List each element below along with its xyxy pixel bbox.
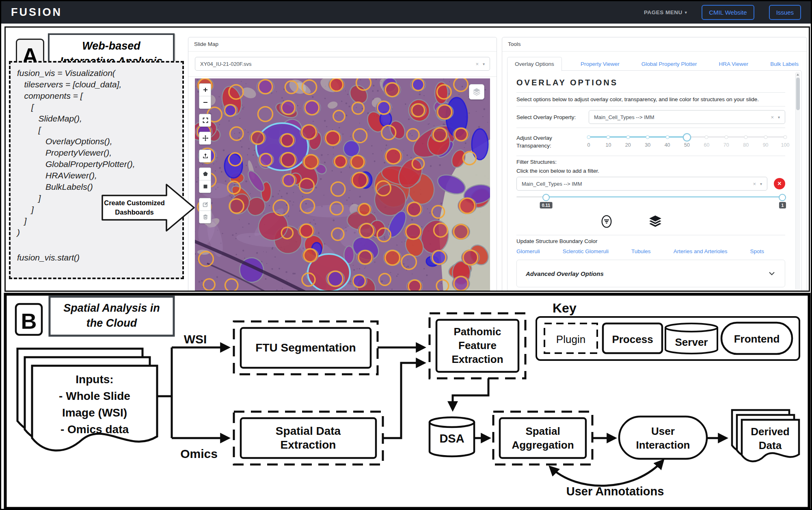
structure-link-glomeruli[interactable]: Glomeruli (516, 248, 540, 254)
code-line: fusion_vis.start() (17, 252, 182, 263)
histology-art (321, 154, 323, 156)
pathomic-feature-extraction-node: Pathomic Feature Extraction (430, 313, 525, 378)
advanced-overlay-options-expander[interactable]: Advanced Overlay Options (516, 260, 785, 287)
range-high-handle[interactable] (779, 194, 786, 201)
slide-select[interactable]: XY04_IU-21-020F.svs × ▾ (195, 57, 490, 71)
slider-tick[interactable] (764, 135, 767, 139)
tab-global-property-plotter[interactable]: Global Property Plotter (638, 57, 700, 71)
histology-art (386, 144, 387, 146)
histology-art (240, 118, 241, 119)
filter-property-select[interactable]: Main_Cell_Types --> IMM × ▾ (516, 177, 767, 191)
pages-menu-label: PAGES MENU (644, 9, 682, 15)
clear-icon[interactable]: × (753, 181, 756, 187)
histology-art (428, 124, 429, 125)
chevron-down-icon[interactable]: ▾ (483, 62, 485, 66)
zoom-out-button[interactable] (199, 96, 211, 109)
tab-overlay-options[interactable]: Overlay Options (507, 57, 562, 71)
histology-art (364, 268, 365, 269)
chevron-down-icon[interactable]: ▾ (760, 182, 762, 186)
histology-art (359, 196, 361, 197)
structure-link-sclerotic-glomeruli[interactable]: Sclerotic Glomeruli (563, 248, 609, 254)
draw-polygon-button[interactable] (199, 168, 211, 180)
code-line: GlobalPropertyPlotter(), (17, 158, 182, 170)
clear-icon[interactable]: × (475, 61, 479, 67)
histology-art (465, 142, 466, 144)
scroll-up-arrow[interactable] (797, 74, 799, 76)
slider-tick-label: 60 (704, 142, 709, 148)
slider-tick-label: 10 (605, 142, 611, 148)
histology-art (353, 265, 354, 266)
structure-link-arteries-and-arterioles[interactable]: Arteries and Arterioles (674, 248, 728, 254)
fullscreen-button[interactable] (199, 114, 211, 126)
tab-hra-viewer[interactable]: HRA Viewer (716, 57, 752, 71)
slider-tick[interactable] (705, 135, 708, 139)
draw-polygon-icon (202, 171, 209, 177)
remove-filter-button[interactable]: × (774, 178, 785, 189)
slider-tick[interactable] (607, 135, 610, 139)
histology-art (300, 108, 300, 109)
issues-button[interactable]: Issues (769, 5, 801, 20)
slider-tick[interactable] (724, 135, 728, 139)
cmil-website-button[interactable]: CMIL Website (702, 5, 754, 20)
histology-art (432, 128, 448, 142)
filter-funnel-icon[interactable] (600, 215, 613, 228)
histology-art (441, 202, 443, 204)
slide-map-viewport[interactable] (195, 78, 490, 292)
layers-control-button[interactable] (469, 84, 484, 100)
slider-tick[interactable] (665, 135, 669, 139)
tab-property-viewer[interactable]: Property Viewer (577, 57, 623, 71)
histology-art (404, 224, 423, 240)
slider-tick[interactable] (587, 135, 591, 139)
histology-art (476, 111, 477, 112)
scrollbar[interactable] (795, 72, 800, 290)
chevron-down-icon[interactable]: ▾ (778, 115, 780, 119)
transparency-slider-handle[interactable] (683, 133, 691, 141)
histology-art (223, 149, 225, 151)
structure-link-tubules[interactable]: Tubules (631, 248, 651, 254)
histology-art (365, 267, 366, 267)
tab-bulk-labels[interactable]: Bulk Labels (767, 57, 802, 71)
histology-art (248, 148, 250, 150)
histology-art (347, 94, 349, 95)
draw-rectangle-button[interactable] (199, 180, 211, 193)
histology-art (443, 124, 444, 125)
layers-icon[interactable] (648, 215, 663, 228)
upload-button[interactable] (199, 150, 211, 162)
slider-tick[interactable] (626, 135, 630, 139)
derived-data-node: Derived Data (732, 410, 799, 461)
svg-text:Extraction: Extraction (281, 438, 336, 451)
histology-art (349, 166, 350, 167)
transparency-slider[interactable]: 0102030405060708090100 (589, 132, 785, 152)
edit-annotation-button[interactable] (199, 198, 211, 211)
range-low-handle[interactable] (542, 194, 550, 201)
histology-art (431, 250, 447, 265)
pages-menu-dropdown[interactable]: PAGES MENU ▾ (644, 9, 687, 15)
histology-art (248, 132, 249, 133)
histology-art (358, 223, 376, 238)
histology-art (403, 150, 404, 151)
scrollbar-thumb[interactable] (796, 78, 800, 110)
histology-art (478, 126, 480, 128)
dsa-server-node: DSA (430, 417, 474, 456)
clear-icon[interactable]: × (771, 114, 774, 120)
slider-tick[interactable] (784, 135, 787, 139)
histology-art (298, 224, 315, 238)
histology-art (372, 153, 374, 154)
overlay-property-select[interactable]: Main_Cell_Types --> IMM × ▾ (589, 110, 785, 124)
histology-art (351, 274, 367, 287)
histology-art (373, 237, 374, 237)
histology-art (384, 148, 402, 164)
svg-text:Feature: Feature (458, 339, 497, 352)
histology-art (274, 256, 276, 258)
histology-art (333, 154, 334, 154)
filter-range-slider[interactable]: 0.11 1 (516, 193, 785, 211)
slider-fill (546, 196, 783, 197)
slider-tick[interactable] (744, 135, 748, 139)
move-button[interactable] (199, 132, 211, 144)
slider-tick[interactable] (646, 135, 650, 139)
structure-link-spots[interactable]: Spots (750, 248, 764, 254)
histology-art (324, 98, 326, 99)
delete-annotation-button[interactable] (199, 211, 211, 223)
zoom-in-button[interactable] (199, 84, 211, 96)
histology-art (346, 200, 348, 201)
